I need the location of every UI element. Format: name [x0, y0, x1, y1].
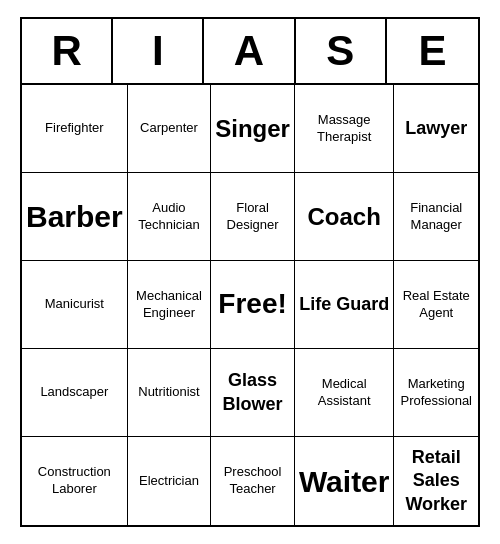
- bingo-cell-16: Nutritionist: [128, 349, 212, 437]
- bingo-cell-7: Floral Designer: [211, 173, 295, 261]
- bingo-cell-1: Carpenter: [128, 85, 212, 173]
- bingo-cell-3: Massage Therapist: [295, 85, 395, 173]
- bingo-cell-14: Real Estate Agent: [394, 261, 478, 349]
- bingo-cell-0: Firefighter: [22, 85, 128, 173]
- bingo-cell-17: Glass Blower: [211, 349, 295, 437]
- bingo-grid: FirefighterCarpenterSingerMassage Therap…: [22, 85, 478, 525]
- bingo-card: RIASE FirefighterCarpenterSingerMassage …: [20, 17, 480, 527]
- header-letter-A: A: [204, 19, 295, 83]
- bingo-cell-13: Life Guard: [295, 261, 395, 349]
- header-letter-R: R: [22, 19, 113, 83]
- bingo-cell-15: Landscaper: [22, 349, 128, 437]
- bingo-cell-12: Free!: [211, 261, 295, 349]
- bingo-cell-10: Manicurist: [22, 261, 128, 349]
- bingo-cell-8: Coach: [295, 173, 395, 261]
- header-letter-E: E: [387, 19, 478, 83]
- bingo-cell-9: Financial Manager: [394, 173, 478, 261]
- bingo-cell-21: Electrician: [128, 437, 212, 525]
- bingo-cell-11: Mechanical Engineer: [128, 261, 212, 349]
- header-letter-I: I: [113, 19, 204, 83]
- bingo-cell-6: Audio Technician: [128, 173, 212, 261]
- bingo-cell-18: Medical Assistant: [295, 349, 395, 437]
- bingo-cell-24: Retail Sales Worker: [394, 437, 478, 525]
- bingo-cell-5: Barber: [22, 173, 128, 261]
- bingo-cell-4: Lawyer: [394, 85, 478, 173]
- header-letter-S: S: [296, 19, 387, 83]
- bingo-cell-19: Marketing Professional: [394, 349, 478, 437]
- bingo-cell-23: Waiter: [295, 437, 395, 525]
- bingo-cell-20: Construction Laborer: [22, 437, 128, 525]
- bingo-header: RIASE: [22, 19, 478, 85]
- bingo-cell-22: Preschool Teacher: [211, 437, 295, 525]
- bingo-cell-2: Singer: [211, 85, 295, 173]
